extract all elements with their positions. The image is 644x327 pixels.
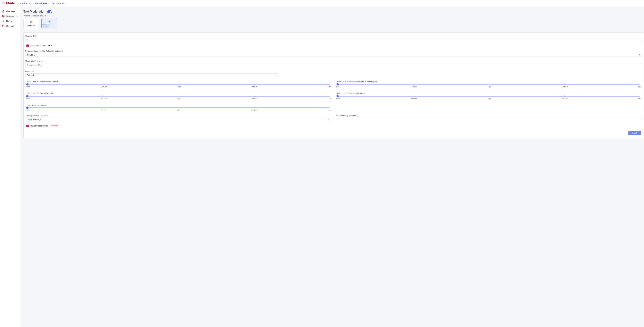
channel-icon — [2, 25, 4, 27]
divider: | — [17, 2, 18, 4]
brand-logo: PubNub® — [2, 2, 15, 5]
filter-slider: Filter Level For Personal Attacks (Cyber… — [336, 80, 642, 88]
slider-title: Filter Level For Sexual Advances — [337, 92, 642, 94]
sidebar-item-users[interactable]: Users — [0, 19, 20, 24]
sidebar: Overview Settings Users Channels — [0, 7, 21, 327]
home-icon — [2, 10, 4, 12]
slider-thumb[interactable] — [336, 95, 339, 97]
slider-track[interactable] — [338, 84, 640, 85]
on-detect-label: When profanity is detected — [26, 114, 331, 117]
route-chip: banned.* — [50, 124, 59, 127]
slider-tick — [564, 84, 565, 85]
gear-icon — [2, 15, 4, 18]
on-detect-value: Mask Message — [28, 118, 41, 121]
apply-all-checkbox[interactable] — [26, 44, 29, 47]
sidebar-item-label: Channels — [6, 25, 15, 27]
svg-point-1 — [3, 20, 4, 21]
slider-thumb[interactable] — [336, 83, 339, 86]
dropdown-arrow-icon: ▼ — [275, 74, 277, 76]
slider-thumb[interactable] — [26, 107, 28, 109]
slider-track[interactable] — [27, 107, 330, 108]
settings-panel: Channel ID i Apply to All Channel IDs Se… — [24, 32, 644, 139]
slider-title: Filter Level For Criminal Activity — [27, 92, 331, 94]
method-auto-detection[interactable]: Automatic Detection — [42, 18, 58, 29]
slider-scale-label: High — [488, 98, 491, 100]
slider-scale-label: Medium — [252, 109, 258, 111]
masking-label: Set a masking character — [336, 114, 356, 117]
language-label: Language — [25, 70, 642, 72]
api-key-input[interactable] — [25, 63, 642, 67]
slider-tick — [330, 107, 330, 109]
slider-track[interactable] — [27, 96, 330, 96]
on-detect-select[interactable]: Mask Message ▼ — [26, 118, 331, 122]
slider-scale-label: Medium — [562, 98, 568, 100]
slider-title: Filter Level For Profanity — [27, 104, 331, 106]
detection-method-label: Profanity detection method — [24, 15, 644, 17]
slider-scale-label: Medium — [562, 86, 568, 88]
tool-select-label: Select third party tool for Automatic De… — [25, 50, 642, 52]
apply-all-label: Apply to All Channel IDs — [30, 44, 52, 47]
filter-slider: Filter Level For ProfanityNoneExtremeHig… — [26, 104, 331, 111]
slider-scale-label: Extreme — [411, 86, 417, 88]
sidebar-item-label: Users — [6, 20, 12, 22]
info-icon[interactable]: i — [357, 115, 359, 117]
channel-id-input[interactable] — [25, 38, 642, 42]
slider-scale-label: None — [26, 86, 30, 88]
breadcrumb-keyset[interactable]: Demo Keyset — [35, 2, 48, 4]
save-button[interactable]: SAVE — [628, 131, 641, 135]
sidebar-item-label: Overview — [6, 10, 15, 12]
slider-title: Filter Level For Personal Attacks (Cyber… — [337, 80, 642, 82]
chevron-down-icon — [16, 15, 18, 18]
slider-track[interactable] — [27, 84, 330, 85]
chevron-right-icon: › — [49, 2, 50, 4]
method-label: Automatic Detection — [42, 24, 57, 28]
api-key-label: Tisane.ai API Key — [25, 60, 40, 62]
sidebar-item-label: Settings — [6, 15, 14, 18]
slider-scale-labels: NoneExtremeHighMediumLow — [26, 98, 331, 100]
slider-scale-label: Low — [328, 98, 331, 100]
dropdown-arrow-icon: ▼ — [328, 119, 330, 120]
slider-scale-labels: NoneExtremeHighMediumLow — [26, 109, 331, 111]
method-word-list[interactable]: Word List — [24, 18, 40, 29]
route-checkbox[interactable] — [26, 124, 29, 127]
info-icon[interactable]: i — [35, 35, 37, 37]
sidebar-item-overview[interactable]: Overview — [0, 9, 20, 14]
slider-scale-labels: NoneExtremeHighMediumLow — [336, 86, 642, 88]
language-value: Autodetect — [27, 74, 36, 76]
info-icon[interactable]: i — [40, 60, 42, 62]
breadcrumb: Applications › Demo Keyset › Text Modera… — [20, 2, 66, 4]
breadcrumb-applications[interactable]: Applications — [20, 2, 31, 4]
slider-track[interactable] — [338, 96, 640, 96]
filter-slider: Filter Level For Criminal ActivityNoneEx… — [26, 92, 331, 100]
slider-scale-label: Low — [328, 109, 331, 111]
slider-tick — [640, 95, 640, 97]
slider-tick — [254, 95, 254, 97]
check-icon — [27, 125, 28, 127]
slider-scale-label: Extreme — [411, 98, 417, 100]
svg-point-7 — [49, 21, 50, 22]
list-icon — [30, 20, 33, 24]
slider-thumb[interactable] — [26, 95, 28, 97]
breadcrumb-current: Text Moderation — [52, 2, 66, 4]
tool-select-value: Tisane.ai — [27, 54, 35, 56]
channel-id-label: Channel ID — [25, 35, 35, 37]
slider-scale-label: High — [178, 86, 181, 88]
slider-scale-label: None — [26, 98, 30, 100]
slider-tick — [640, 84, 640, 85]
page-title: Text Moderation — [24, 10, 45, 14]
chevron-right-icon: › — [33, 2, 34, 4]
moderation-toggle[interactable] — [47, 10, 52, 13]
slider-thumb[interactable] — [26, 83, 28, 86]
tool-select[interactable]: Tisane.ai ▼ — [25, 53, 642, 57]
slider-scale-label: High — [178, 109, 181, 111]
slider-tick — [330, 84, 330, 85]
slider-scale-labels: NoneExtremeHighMediumLow — [26, 86, 331, 88]
gear-icon — [48, 20, 51, 22]
language-select[interactable]: Autodetect ▼ — [25, 73, 278, 77]
slider-title: Filter Level For Bigotry (Hate Speech) — [27, 80, 331, 82]
check-icon — [27, 45, 28, 46]
sidebar-item-settings[interactable]: Settings — [0, 14, 20, 19]
sidebar-item-channels[interactable]: Channels — [0, 24, 20, 28]
masking-input[interactable] — [336, 118, 642, 122]
slider-scale-label: High — [178, 98, 181, 100]
